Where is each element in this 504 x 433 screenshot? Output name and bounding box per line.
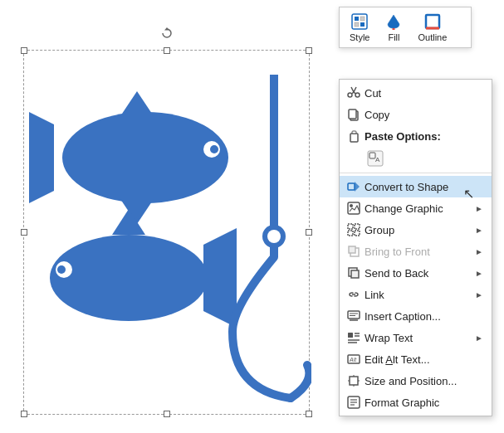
send-back-icon	[345, 266, 363, 280]
menu-item-size-and-position[interactable]: Size and Position...	[340, 370, 492, 392]
separator-1	[340, 173, 492, 173]
link-label: Link	[363, 289, 472, 301]
handle-bot-left[interactable]	[21, 411, 27, 417]
cut-label: Cut	[363, 87, 483, 100]
format-graphic-icon	[345, 396, 363, 409]
copy-icon	[345, 108, 363, 121]
svg-line-25	[352, 92, 354, 94]
svg-marker-3	[120, 91, 154, 116]
size-and-position-label: Size and Position...	[363, 375, 483, 387]
svg-rect-18	[355, 22, 359, 27]
link-arrow: ►	[472, 290, 483, 299]
svg-rect-38	[348, 224, 353, 229]
svg-rect-45	[351, 270, 359, 278]
caption-icon	[345, 309, 363, 323]
svg-marker-2	[29, 108, 54, 207]
menu-item-send-to-back[interactable]: Send to Back ►	[340, 262, 492, 284]
svg-line-26	[354, 92, 355, 94]
svg-point-14	[267, 230, 281, 243]
svg-point-24	[355, 93, 360, 97]
toolbar-outline[interactable]: Outline	[414, 11, 450, 44]
handle-top-left[interactable]	[21, 47, 27, 54]
fill-icon	[384, 12, 403, 31]
svg-rect-29	[350, 134, 358, 142]
svg-point-7	[50, 235, 208, 321]
handle-mid-left[interactable]	[21, 229, 27, 236]
paste-a-icon: A	[366, 150, 384, 167]
convert-to-shape-label: Convert to Shape	[363, 181, 483, 193]
menu-item-paste-a[interactable]: A	[340, 147, 492, 170]
menu-item-format-graphic[interactable]: Format Graphic	[340, 392, 492, 413]
menu-item-copy[interactable]: Copy	[340, 104, 492, 125]
alt-text-icon: Alt	[345, 353, 363, 366]
edit-alt-text-label: Edit Alt Text...	[363, 353, 483, 366]
group-label: Group	[363, 224, 472, 236]
menu-item-paste-options[interactable]: Paste Options:	[340, 125, 492, 147]
menu-item-bring-to-front[interactable]: Bring to Front ►	[340, 241, 492, 262]
convert-icon	[345, 180, 363, 193]
svg-rect-15	[352, 14, 367, 29]
paste-options-label: Paste Options:	[363, 130, 483, 143]
size-position-icon	[345, 374, 363, 387]
svg-rect-39	[355, 224, 360, 229]
fish-graphic	[29, 58, 311, 415]
menu-item-insert-caption[interactable]: Insert Caption...	[340, 305, 492, 327]
menu-item-change-graphic[interactable]: Change Graphic ►	[340, 197, 492, 219]
toolbar-fill[interactable]: Fill	[381, 11, 406, 44]
toolbar-style[interactable]: Style	[346, 11, 373, 44]
svg-point-11	[57, 265, 66, 274]
change-graphic-icon	[345, 202, 363, 215]
fill-label: Fill	[388, 32, 399, 42]
svg-rect-34	[348, 183, 355, 190]
rotate-handle[interactable]	[161, 27, 173, 39]
menu-item-wrap-text[interactable]: Wrap Text ►	[340, 327, 492, 348]
link-icon	[345, 288, 363, 301]
style-label: Style	[350, 32, 369, 42]
menu-item-edit-alt-text[interactable]: Alt Edit Alt Text...	[340, 348, 492, 370]
menu-item-convert-to-shape[interactable]: Convert to Shape	[340, 176, 492, 197]
group-arrow: ►	[472, 226, 483, 235]
svg-rect-30	[352, 131, 356, 134]
svg-rect-51	[348, 333, 353, 338]
wrap-text-icon	[345, 331, 363, 344]
svg-rect-47	[348, 311, 360, 319]
copy-label: Copy	[363, 109, 483, 121]
outline-icon	[423, 12, 442, 31]
menu-item-group[interactable]: Group ►	[340, 219, 492, 241]
svg-rect-21	[426, 15, 439, 28]
handle-top-right[interactable]	[306, 47, 312, 54]
menu-item-cut[interactable]: Cut	[340, 82, 492, 104]
svg-point-37	[350, 204, 353, 207]
handle-top-mid[interactable]	[164, 47, 170, 54]
format-graphic-label: Format Graphic	[363, 397, 483, 409]
bring-to-front-arrow: ►	[472, 247, 483, 256]
insert-caption-label: Insert Caption...	[363, 310, 483, 323]
bring-front-icon	[345, 245, 363, 258]
menu-item-link[interactable]: Link ►	[340, 284, 492, 305]
outline-label: Outline	[418, 32, 447, 42]
svg-marker-8	[203, 228, 237, 328]
format-toolbar: Style Fill Outline	[339, 7, 472, 48]
svg-rect-19	[360, 22, 365, 27]
cut-icon	[345, 86, 363, 100]
wrap-text-arrow: ►	[472, 333, 483, 343]
send-to-back-label: Send to Back	[363, 267, 472, 280]
svg-point-6	[210, 145, 218, 153]
group-icon	[345, 223, 363, 236]
svg-rect-17	[360, 17, 365, 21]
svg-rect-58	[350, 377, 358, 385]
bring-to-front-label: Bring to Front	[363, 246, 472, 258]
wrap-text-label: Wrap Text	[363, 332, 472, 344]
svg-rect-41	[355, 231, 360, 236]
style-icon	[350, 12, 369, 31]
change-graphic-label: Change Graphic	[363, 202, 472, 215]
svg-text:Alt: Alt	[349, 357, 357, 362]
paste-icon	[345, 129, 363, 143]
svg-text:A: A	[375, 156, 380, 163]
context-menu: Cut Copy Paste Options: A Convert to Sha…	[339, 79, 492, 416]
send-to-back-arrow: ►	[472, 269, 483, 278]
svg-rect-16	[355, 17, 359, 21]
svg-rect-43	[349, 246, 355, 253]
svg-rect-28	[349, 109, 356, 119]
svg-marker-35	[355, 182, 360, 192]
